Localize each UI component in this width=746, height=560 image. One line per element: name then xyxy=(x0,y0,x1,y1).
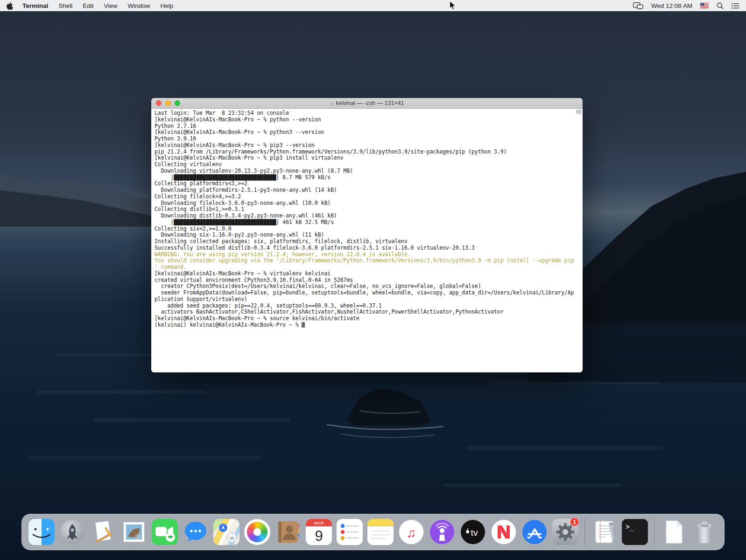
menu-bar-clock[interactable]: Wed 12:08 AM xyxy=(651,2,692,9)
terminal-output[interactable]: Last login: Tue Mar 8 23:32:54 on consol… xyxy=(151,109,583,372)
window-title-bar[interactable]: ⌂ kelvinai — -zsh — 131×41 xyxy=(151,98,583,109)
terminal-line: WARNING: You are using pip version 21.2.… xyxy=(155,252,579,258)
dock-divider xyxy=(584,518,585,546)
menu-bar: Terminal ShellEditViewWindowHelp Wed 12:… xyxy=(0,0,746,11)
dock-item-news[interactable] xyxy=(489,517,519,547)
tv-icon: tv xyxy=(460,519,486,545)
dock-item-facetime[interactable] xyxy=(150,517,180,547)
dock-item-app-store[interactable] xyxy=(520,517,549,547)
screen-mirroring-icon[interactable] xyxy=(633,2,643,9)
menu-window[interactable]: Window xyxy=(128,2,150,9)
notification-center-icon[interactable] xyxy=(732,3,739,9)
dock-item-finder[interactable] xyxy=(27,517,56,547)
finder-icon xyxy=(28,519,55,545)
terminal-line: Collecting virtualenv xyxy=(155,161,579,168)
dock-item-textedit[interactable] xyxy=(589,517,619,547)
terminal-line: |████████████████████████████████| 8.7 M… xyxy=(155,175,579,181)
messages-icon xyxy=(183,519,209,545)
terminal-window[interactable]: ⌂ kelvinai — -zsh — 131×41 Last login: T… xyxy=(151,98,583,372)
podcasts-icon xyxy=(429,519,455,545)
terminal-line: Collecting six<2,>=1.9.0 xyxy=(155,226,579,232)
dock-item-podcasts[interactable] xyxy=(427,517,457,547)
dock-item-photos[interactable] xyxy=(242,517,272,547)
menu-view[interactable]: View xyxy=(104,2,118,9)
close-button[interactable] xyxy=(156,100,162,106)
terminal-line: Collecting filelock<4,>=3.2 xyxy=(155,194,579,200)
apple-logo-icon xyxy=(7,2,13,10)
terminal-line: Downloading distlib-0.3.4-py2.py3-none-a… xyxy=(155,213,579,219)
svg-text:♫: ♫ xyxy=(407,526,416,540)
dock-item-messages[interactable] xyxy=(181,517,211,547)
terminal-line: [kelvinai@KelvinAIs-MacBook-Pro ~ % virt… xyxy=(155,271,579,277)
terminal-line: |████████████████████████████████| 461 k… xyxy=(155,219,579,226)
textedit-icon xyxy=(591,519,617,545)
terminal-icon: >_ xyxy=(622,519,648,545)
dock-divider xyxy=(654,518,655,546)
dock-item-contacts[interactable] xyxy=(273,517,303,547)
dock-item-reminders[interactable] xyxy=(335,517,365,547)
terminal-line: added seed packages: pip==22.0.4, setupt… xyxy=(155,303,579,309)
facetime-icon xyxy=(152,519,178,545)
terminal-line: activators BashActivator,CShellActivator… xyxy=(155,309,579,315)
app-store-icon xyxy=(521,519,548,545)
terminal-line: Successfully installed distlib-0.3.4 fil… xyxy=(155,245,579,252)
terminal-line: Downloading virtualenv-20.13.3-py2.py3-n… xyxy=(155,168,579,175)
scrollbar-thumb[interactable] xyxy=(576,110,581,114)
terminal-line: Downloading filelock-3.6.0-py3-none-any.… xyxy=(155,200,579,207)
terminal-line: [kelvinai@KelvinAIs-MacBook-Pro ~ % pyth… xyxy=(155,117,579,123)
menu-help[interactable]: Help xyxy=(161,2,174,9)
terminal-line: [kelvinai@KelvinAIs-MacBook-Pro ~ % pip3… xyxy=(155,142,579,149)
dock-item-preview[interactable] xyxy=(88,517,118,547)
dock-item-system-preferences[interactable]: 1 xyxy=(550,517,580,547)
terminal-line: Downloading six-1.16.0-py2.py3-none-any.… xyxy=(155,232,579,238)
window-title: ⌂ kelvinai — -zsh — 131×41 xyxy=(330,100,404,106)
terminal-line: You should consider upgrading via the '/… xyxy=(155,258,579,264)
svg-text:tv: tv xyxy=(471,528,478,538)
menu-edit[interactable]: Edit xyxy=(83,2,93,9)
dock-item-notes[interactable] xyxy=(366,517,395,547)
svg-text:9: 9 xyxy=(315,528,323,544)
us-flag-icon[interactable] xyxy=(700,3,709,8)
dock: 3DMAR9♫tv1>_ xyxy=(21,514,725,550)
svg-text:3D: 3D xyxy=(230,536,234,540)
reminders-icon xyxy=(337,519,363,545)
menu-bar-status: Wed 12:08 AM xyxy=(633,2,739,9)
zoom-button[interactable] xyxy=(175,100,180,106)
dock-item-tv[interactable]: tv xyxy=(458,517,488,547)
terminal-line: pip 21.2.4 from /Library/Frameworks/Pyth… xyxy=(155,149,579,155)
dock-item-music[interactable]: ♫ xyxy=(396,517,426,547)
terminal-line: [kelvinai@KelvinAIs-MacBook-Pro ~ % sour… xyxy=(155,315,579,322)
terminal-line: Installing collected packages: six, plat… xyxy=(155,238,579,245)
terminal-line: [kelvinai@KelvinAIs-MacBook-Pro ~ % pyth… xyxy=(155,129,579,136)
dock-item-launchpad[interactable] xyxy=(57,517,87,547)
dock-item-trash[interactable] xyxy=(690,517,719,547)
menu-shell[interactable]: Shell xyxy=(58,2,72,9)
menu-items: ShellEditViewWindowHelp xyxy=(58,2,173,9)
dock-item-calendar[interactable]: MAR9 xyxy=(304,517,334,547)
contacts-icon xyxy=(275,519,301,545)
terminal-line: Last login: Tue Mar 8 23:32:54 on consol… xyxy=(155,110,579,117)
apple-menu[interactable] xyxy=(7,2,13,10)
dock-item-maps[interactable]: 3D xyxy=(211,517,241,547)
minimize-button[interactable] xyxy=(165,100,171,106)
terminal-line: created virtual environment CPython3.9.1… xyxy=(155,277,579,284)
dock-item-terminal[interactable]: >_ xyxy=(620,517,650,547)
active-app-name[interactable]: Terminal xyxy=(22,2,48,9)
terminal-line: seeder FromAppData(download=False, pip=b… xyxy=(155,290,579,296)
music-icon: ♫ xyxy=(398,519,424,545)
dock-item-document[interactable] xyxy=(659,517,689,547)
dock-item-mail[interactable] xyxy=(119,517,149,547)
spotlight-search-icon[interactable] xyxy=(717,2,724,9)
calendar-icon: MAR9 xyxy=(306,519,332,545)
terminal-line: [kelvinai@KelvinAIs-MacBook-Pro ~ % pip3… xyxy=(155,155,579,161)
terminal-line: Python 3.9.10 xyxy=(155,136,579,142)
terminal-line: Downloading platformdirs-2.5.1-py3-none-… xyxy=(155,187,579,194)
terminal-line: creator CPython3Posix(dest=/Users/kelvin… xyxy=(155,283,579,290)
home-folder-icon: ⌂ xyxy=(330,100,333,106)
photos-icon xyxy=(244,519,270,545)
mouse-cursor xyxy=(449,0,456,13)
terminal-line: Collecting platformdirs<3,>=2 xyxy=(155,181,579,187)
document-icon xyxy=(661,519,687,545)
launchpad-icon xyxy=(59,519,85,545)
terminal-line: plication Support/virtualenv) xyxy=(155,296,579,303)
